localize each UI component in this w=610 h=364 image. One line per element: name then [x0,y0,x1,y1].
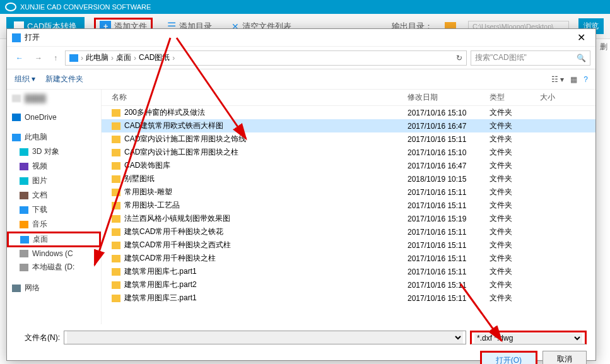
downloads-icon [20,206,28,214]
filename-input[interactable] [64,331,466,344]
dialog-titlebar: 打开 ✕ [7,29,595,47]
list-row[interactable]: 200多种窗的样式及做法2017/10/16 15:10文件夹 [102,106,595,119]
col-size-header[interactable]: 大小 [540,92,590,103]
list-header: 名称 修改日期 类型 大小 [102,90,595,106]
sidebar-item-blur[interactable]: ████ [7,92,101,105]
dialog-body: ████ OneDrive 此电脑 3D 对象 视频 图片 文档 下载 音乐 桌… [7,90,595,324]
sidebar-item-network[interactable]: 网络 [7,281,101,295]
sidebar-item-downloads[interactable]: 下载 [7,203,101,217]
view-mode-button[interactable]: ☷ ▾ [551,75,564,84]
dialog-footer: 文件名(N): *.dxf *.dwg 打开(O) 取消 [7,324,595,364]
dialog-title: 打开 [25,32,40,43]
list-row[interactable]: CAD建筑常用欧式铁画大样图2017/10/16 16:47文件夹 [102,119,595,132]
new-folder-button[interactable]: 新建文件夹 [45,74,83,85]
breadcrumb[interactable]: › 此电脑 › 桌面 › CAD图纸 › ↻ [65,50,467,66]
folder-icon [112,268,120,276]
onedrive-icon [12,114,21,121]
sidebar: ████ OneDrive 此电脑 3D 对象 视频 图片 文档 下载 音乐 桌… [7,90,102,324]
list-row[interactable]: 建筑常用图库七.part12017/10/16 15:11文件夹 [102,265,595,278]
list-row[interactable]: CAD室内设计施工图常用图块之柱2017/10/16 15:10文件夹 [102,146,595,159]
filename-label: 文件名(N): [16,332,60,343]
col-name-header[interactable]: 名称 [107,92,408,103]
help-button[interactable]: ? [584,75,588,84]
list-row[interactable]: 建筑常用图库七.part22017/10/16 15:11文件夹 [102,278,595,291]
list-row[interactable]: 建筑CAD常用千种图块之柱2017/10/16 15:11文件夹 [102,252,595,265]
thispc-icon [12,134,21,141]
folder-icon [112,122,120,130]
col-type-header[interactable]: 类型 [490,92,540,103]
organize-button[interactable]: 组织 ▾ [15,74,35,85]
video-icon [20,163,28,170]
list-row[interactable]: 常用图块-雕塑2017/10/16 15:11文件夹 [102,185,595,199]
list-row[interactable]: CAD装饰图库2017/10/16 16:47文件夹 [102,159,595,172]
documents-icon [20,192,28,199]
folder-icon [112,281,120,289]
nav-up-button[interactable]: ↑ [50,51,61,65]
search-icon: 🔍 [577,54,586,62]
sidebar-item-video[interactable]: 视频 [7,159,101,173]
folder-icon [112,189,120,196]
list-row[interactable]: 法兰西风格小镇规划图带效果图2017/10/16 15:19文件夹 [102,212,595,225]
folder-icon [112,228,120,236]
bc-folder[interactable]: CAD图纸 [139,52,170,63]
folder-icon [112,136,120,143]
network-icon [12,285,21,292]
col-date-header[interactable]: 修改日期 [408,92,490,103]
bc-thispc[interactable]: 此电脑 [86,52,109,63]
list-row[interactable]: 常用图块-工艺品2017/10/16 15:11文件夹 [102,199,595,212]
desktop-icon [20,236,29,244]
sidebar-item-3d[interactable]: 3D 对象 [7,144,101,159]
sidebar-item-music[interactable]: 音乐 [7,217,101,232]
bc-desktop[interactable]: 桌面 [116,52,131,63]
music-icon [20,221,28,228]
list-row[interactable]: 建筑CAD常用千种图块之西式柱2017/10/16 15:11文件夹 [102,238,595,252]
pictures-icon [20,177,28,185]
button-row: 打开(O) 取消 [16,351,587,364]
sidebar-item-localdisk-d[interactable]: 本地磁盘 (D: [7,260,101,274]
close-button[interactable]: ✕ [572,32,590,44]
folder-icon [112,255,120,262]
dialog-nav: ← → ↑ › 此电脑 › 桌面 › CAD图纸 › ↻ 搜索"CAD图纸" 🔍 [7,47,595,69]
list-row[interactable]: 别墅图纸2018/10/19 10:15文件夹 [102,172,595,185]
pc-icon [69,54,78,62]
folder-icon [112,175,120,183]
app-title: XUNJIE CAD CONVERSION SOFTWARE [20,3,151,11]
sidebar-item-pictures[interactable]: 图片 [7,173,101,188]
list-rows: 200多种窗的样式及做法2017/10/16 15:10文件夹CAD建筑常用欧式… [102,106,595,322]
open-button[interactable]: 打开(O) [480,351,537,364]
disk-icon [20,250,28,257]
sidebar-item-thispc[interactable]: 此电脑 [7,130,101,144]
dialog-toolbar: 组织 ▾ 新建文件夹 ☷ ▾ ▦ ? [7,69,595,90]
folder-icon [112,162,120,170]
list-row[interactable]: 建筑CAD常用千种图块之铁花2017/10/16 15:11文件夹 [102,225,595,238]
3d-icon [20,148,28,156]
sidebar-item-documents[interactable]: 文档 [7,188,101,203]
folder-icon [112,242,120,249]
app-titlebar: XUNJIE CAD CONVERSION SOFTWARE [0,0,610,14]
cancel-button[interactable]: 取消 [543,351,587,364]
search-input[interactable]: 搜索"CAD图纸" 🔍 [471,50,590,66]
dialog-title-icon [12,33,21,42]
folder-icon [112,215,120,223]
file-list: 名称 修改日期 类型 大小 200多种窗的样式及做法2017/10/16 15:… [102,90,595,324]
folder-icon [112,149,120,156]
folder-icon [112,295,120,302]
nav-back-button[interactable]: ← [12,51,27,65]
list-row[interactable]: CAD室内设计施工图常用图块之饰线2017/10/16 15:11文件夹 [102,132,595,146]
app-logo-icon [5,3,16,11]
folder-icon [112,109,120,117]
disk-icon [20,264,28,271]
list-row[interactable]: 建筑常用图库三.part12017/10/16 15:11文件夹 [102,291,595,305]
sidebar-item-windows-c[interactable]: Windows (C [7,247,101,260]
preview-pane-button[interactable]: ▦ [570,75,577,84]
nav-forward-button[interactable]: → [31,51,46,65]
search-placeholder: 搜索"CAD图纸" [475,52,527,63]
sidebar-item-onedrive[interactable]: OneDrive [7,111,101,124]
filetype-select[interactable]: *.dxf *.dwg [470,331,587,344]
folder-icon [112,202,120,209]
refresh-icon[interactable]: ↻ [456,54,462,62]
file-open-dialog: 打开 ✕ ← → ↑ › 此电脑 › 桌面 › CAD图纸 › ↻ 搜索"CAD… [6,28,596,361]
delete-button[interactable]: 删 [597,39,610,55]
filename-row: 文件名(N): *.dxf *.dwg [16,331,587,344]
sidebar-item-desktop[interactable]: 桌面 [7,232,101,247]
